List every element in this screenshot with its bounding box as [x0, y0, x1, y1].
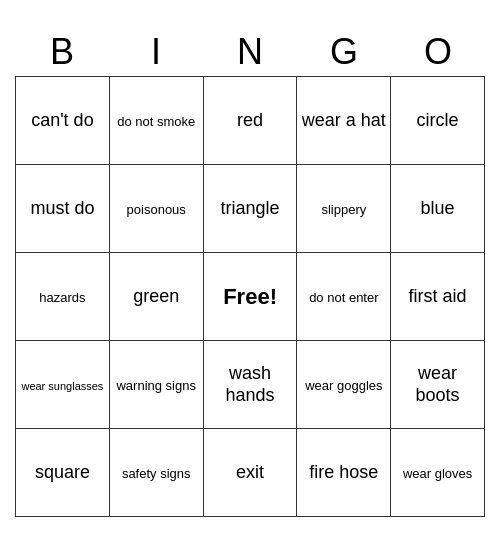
cell-text: wear a hat	[302, 110, 386, 130]
cell-text: can't do	[31, 110, 93, 130]
cell-text: warning signs	[116, 378, 196, 393]
cell-0-1: do not smoke	[109, 77, 203, 165]
cell-text: exit	[236, 462, 264, 482]
cell-text: wear goggles	[305, 378, 382, 393]
cell-2-2: Free!	[203, 253, 297, 341]
bingo-grid: can't dodo not smokeredwear a hatcirclem…	[15, 77, 485, 518]
cell-text: wear boots	[416, 363, 460, 405]
bingo-header: BINGO	[15, 27, 485, 77]
cell-3-1: warning signs	[109, 341, 203, 429]
header-letter: N	[203, 27, 297, 77]
cell-1-2: triangle	[203, 165, 297, 253]
table-row: wear sunglasseswarning signswash handswe…	[16, 341, 485, 429]
cell-4-3: fire hose	[297, 429, 391, 517]
cell-2-1: green	[109, 253, 203, 341]
cell-text: first aid	[409, 286, 467, 306]
cell-text: circle	[417, 110, 459, 130]
cell-text: safety signs	[122, 466, 191, 481]
cell-4-4: wear gloves	[391, 429, 485, 517]
cell-3-0: wear sunglasses	[16, 341, 110, 429]
cell-text: wash hands	[226, 363, 275, 405]
cell-text: poisonous	[127, 202, 186, 217]
cell-1-3: slippery	[297, 165, 391, 253]
cell-1-0: must do	[16, 165, 110, 253]
cell-text: slippery	[321, 202, 366, 217]
table-row: must dopoisonoustriangleslipperyblue	[16, 165, 485, 253]
cell-text: fire hose	[309, 462, 378, 482]
cell-2-3: do not enter	[297, 253, 391, 341]
cell-text: green	[133, 286, 179, 306]
cell-2-0: hazards	[16, 253, 110, 341]
header-letter: I	[109, 27, 203, 77]
cell-text: blue	[421, 198, 455, 218]
cell-3-2: wash hands	[203, 341, 297, 429]
header-letter: O	[391, 27, 485, 77]
cell-0-2: red	[203, 77, 297, 165]
bingo-card: BINGO can't dodo not smokeredwear a hatc…	[15, 27, 485, 518]
cell-3-4: wear boots	[391, 341, 485, 429]
cell-text: triangle	[221, 198, 280, 218]
cell-4-0: square	[16, 429, 110, 517]
cell-text: Free!	[223, 284, 277, 309]
cell-text: do not enter	[309, 290, 378, 305]
cell-2-4: first aid	[391, 253, 485, 341]
table-row: hazardsgreenFree!do not enterfirst aid	[16, 253, 485, 341]
header-letter: B	[15, 27, 109, 77]
cell-text: wear gloves	[403, 466, 472, 481]
cell-text: red	[237, 110, 263, 130]
cell-text: do not smoke	[117, 114, 195, 129]
cell-text: must do	[30, 198, 94, 218]
cell-0-4: circle	[391, 77, 485, 165]
table-row: squaresafety signsexitfire hosewear glov…	[16, 429, 485, 517]
cell-1-4: blue	[391, 165, 485, 253]
cell-4-1: safety signs	[109, 429, 203, 517]
cell-4-2: exit	[203, 429, 297, 517]
cell-0-3: wear a hat	[297, 77, 391, 165]
table-row: can't dodo not smokeredwear a hatcircle	[16, 77, 485, 165]
cell-text: square	[35, 462, 90, 482]
cell-text: hazards	[39, 290, 85, 305]
cell-0-0: can't do	[16, 77, 110, 165]
header-letter: G	[297, 27, 391, 77]
cell-3-3: wear goggles	[297, 341, 391, 429]
cell-1-1: poisonous	[109, 165, 203, 253]
cell-text: wear sunglasses	[21, 380, 103, 392]
